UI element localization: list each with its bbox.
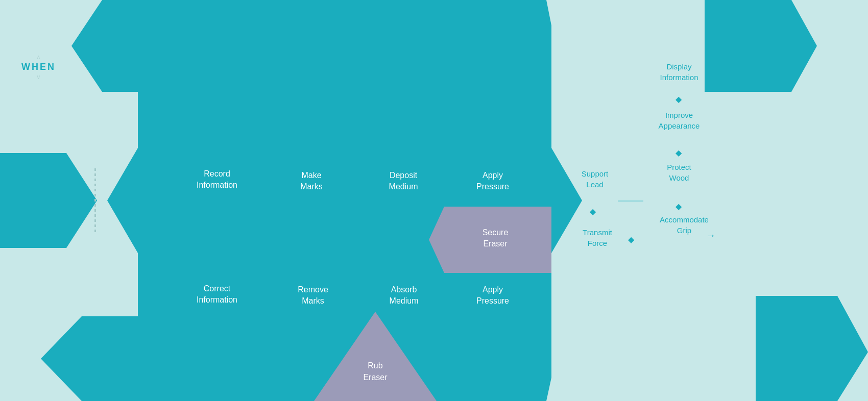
dot-1: ◆: [590, 207, 596, 216]
support-lead-label: SupportLead: [559, 168, 631, 190]
improve-appearance-label: ImproveAppearance: [638, 110, 720, 131]
svg-marker-5: [756, 296, 868, 401]
dot-2: ◆: [676, 94, 682, 104]
svg-marker-2: [41, 316, 158, 401]
dot-5: ◆: [628, 235, 634, 244]
absorb-medium-label: AbsorbMedium: [366, 284, 442, 307]
svg-marker-7: [314, 312, 437, 401]
when-up-arrow: ∧: [21, 54, 56, 61]
record-information-label: RecordInformation: [176, 168, 258, 191]
svg-marker-3: [0, 153, 97, 248]
svg-marker-4: [705, 0, 817, 92]
right-arrow: →: [706, 230, 716, 241]
dot-4: ◆: [676, 202, 682, 211]
display-information-label: DisplayInformation: [638, 61, 720, 83]
protect-wood-label: ProtectWood: [643, 162, 715, 183]
rub-eraser-shape: [314, 312, 437, 401]
secure-eraser-label: SecureEraser: [454, 227, 536, 250]
when-section: ∧ WHEN ∨: [21, 54, 56, 81]
make-marks-label: MakeMarks: [278, 170, 345, 193]
when-down-arrow: ∨: [21, 73, 56, 81]
transmit-force-label: TransmitForce: [559, 227, 636, 248]
correct-information-label: CorrectInformation: [176, 283, 258, 306]
svg-marker-1: [71, 0, 158, 92]
apply-pressure-bot-label: ApplyPressure: [460, 284, 526, 307]
separator-line: [618, 200, 643, 202]
remove-marks-label: RemoveMarks: [280, 284, 346, 307]
deposit-medium-label: DepositMedium: [365, 170, 442, 193]
when-label: WHEN: [21, 62, 56, 72]
dot-3: ◆: [676, 148, 682, 158]
left-connector-line: [94, 168, 96, 233]
rub-eraser-label: RubEraser: [332, 360, 419, 383]
apply-pressure-top-label: ApplyPressure: [460, 170, 526, 193]
